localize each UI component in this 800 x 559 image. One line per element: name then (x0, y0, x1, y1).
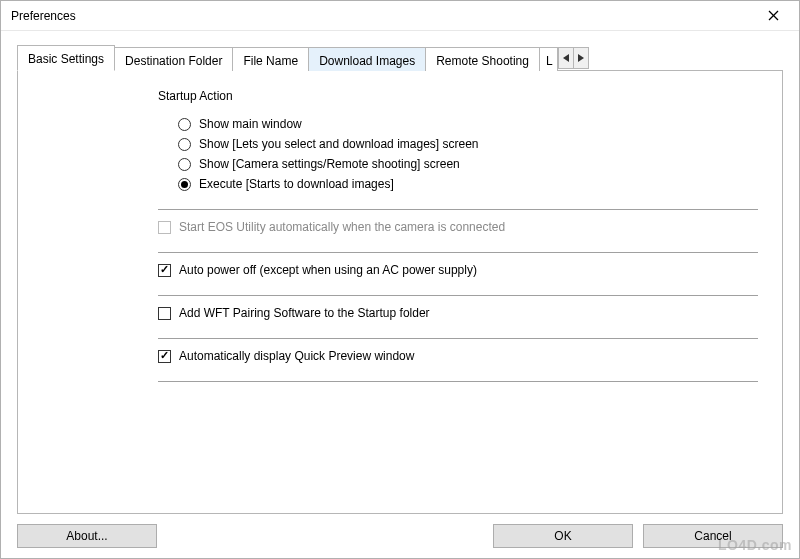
checkbox-icon (158, 307, 171, 320)
radio-icon (178, 158, 191, 171)
check-quick-preview[interactable]: Automatically display Quick Preview wind… (158, 349, 758, 363)
checkbox-icon (158, 221, 171, 234)
divider (158, 209, 758, 210)
radio-icon (178, 178, 191, 191)
tab-file-name[interactable]: File Name (232, 47, 309, 71)
radio-icon (178, 138, 191, 151)
tab-label: L (546, 54, 553, 68)
radio-show-download-screen[interactable]: Show [Lets you select and download image… (178, 137, 758, 151)
radio-label: Show main window (199, 117, 302, 131)
button-label: OK (554, 529, 571, 543)
check-auto-start: Start EOS Utility automatically when the… (158, 220, 758, 234)
divider (158, 381, 758, 382)
cancel-button[interactable]: Cancel (643, 524, 783, 548)
radio-icon (178, 118, 191, 131)
dialog-body: Basic Settings Destination Folder File N… (1, 31, 799, 558)
tabstrip: Basic Settings Destination Folder File N… (17, 45, 783, 71)
checkbox-label: Auto power off (except when using an AC … (179, 263, 477, 277)
button-label: About... (66, 529, 107, 543)
svg-marker-3 (578, 54, 584, 62)
dialog-footer: About... OK Cancel (17, 514, 783, 548)
tab-truncated[interactable]: L (539, 47, 558, 71)
button-label: Cancel (694, 529, 731, 543)
tab-remote-shooting[interactable]: Remote Shooting (425, 47, 540, 71)
tab-page-basic: Startup Action Show main window Show [Le… (17, 70, 783, 514)
divider (158, 252, 758, 253)
radio-show-main-window[interactable]: Show main window (178, 117, 758, 131)
check-auto-power-off[interactable]: Auto power off (except when using an AC … (158, 263, 758, 277)
radio-execute-download[interactable]: Execute [Starts to download images] (178, 177, 758, 191)
radio-show-remote-screen[interactable]: Show [Camera settings/Remote shooting] s… (178, 157, 758, 171)
ok-button[interactable]: OK (493, 524, 633, 548)
checkbox-label: Start EOS Utility automatically when the… (179, 220, 505, 234)
checkbox-label: Automatically display Quick Preview wind… (179, 349, 414, 363)
chevron-right-icon (578, 54, 584, 62)
tab-scroll-right[interactable] (573, 47, 589, 69)
checkbox-label: Add WFT Pairing Software to the Startup … (179, 306, 430, 320)
window-title: Preferences (11, 9, 753, 23)
tab-label: Remote Shooting (436, 54, 529, 68)
tab-label: File Name (243, 54, 298, 68)
chevron-left-icon (563, 54, 569, 62)
tab-label: Basic Settings (28, 52, 104, 66)
divider (158, 338, 758, 339)
radio-label: Execute [Starts to download images] (199, 177, 394, 191)
tab-basic-settings[interactable]: Basic Settings (17, 45, 115, 71)
radio-label: Show [Camera settings/Remote shooting] s… (199, 157, 460, 171)
tab-scroll-left[interactable] (558, 47, 574, 69)
startup-action-heading: Startup Action (158, 89, 758, 103)
about-button[interactable]: About... (17, 524, 157, 548)
divider (158, 295, 758, 296)
checkbox-icon (158, 350, 171, 363)
tab-label: Destination Folder (125, 54, 222, 68)
spacer (157, 524, 493, 548)
tab-scroll (559, 45, 589, 71)
tab-label: Download Images (319, 54, 415, 68)
close-button[interactable] (753, 4, 793, 28)
tab-destination-folder[interactable]: Destination Folder (114, 47, 233, 71)
tab-download-images[interactable]: Download Images (308, 47, 426, 71)
svg-marker-2 (563, 54, 569, 62)
close-icon (768, 10, 779, 21)
preferences-window: Preferences Basic Settings Destination F… (0, 0, 800, 559)
titlebar: Preferences (1, 1, 799, 31)
radio-label: Show [Lets you select and download image… (199, 137, 479, 151)
check-wft-pairing[interactable]: Add WFT Pairing Software to the Startup … (158, 306, 758, 320)
checkbox-icon (158, 264, 171, 277)
